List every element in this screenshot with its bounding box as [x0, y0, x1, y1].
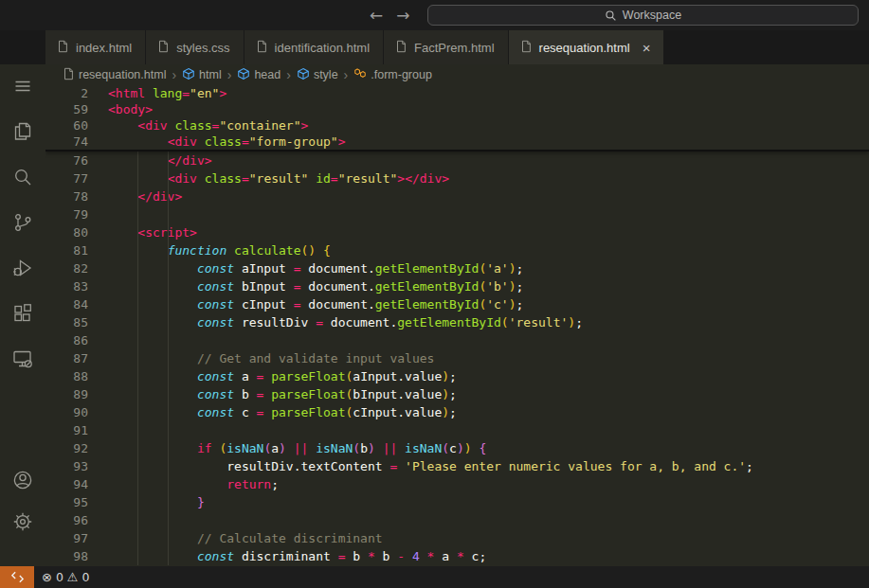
code-text: const a = parseFloat(aInput.value);	[88, 367, 457, 385]
code-line[interactable]: 78 </div>	[45, 187, 869, 205]
code-token	[108, 261, 197, 276]
code-line[interactable]: 60 <div class="container">	[45, 117, 869, 134]
forward-icon[interactable]: →	[396, 6, 409, 25]
back-icon[interactable]: ←	[370, 6, 383, 25]
code-token: <div	[168, 134, 197, 149]
code-line[interactable]: 79	[45, 205, 869, 223]
code-line[interactable]: 98 const discriminant = b * b - 4 * a * …	[45, 547, 869, 565]
code-text: </div>	[88, 151, 212, 169]
code-line[interactable]: 89 const b = parseFloat(bInput.value);	[45, 385, 869, 403]
code-line[interactable]: 94 return;	[45, 475, 869, 493]
command-center-search[interactable]: Workspace	[427, 5, 859, 26]
tab-label: identification.html	[275, 41, 370, 55]
line-number: 90	[45, 403, 88, 421]
breadcrumb-item-label: .form-group	[371, 68, 432, 81]
sticky-scroll[interactable]: 2<html lang="en">59<body>60 <div class="…	[45, 85, 869, 151]
code-line[interactable]: 81 function calculate() {	[45, 241, 869, 259]
activity-remote-explorer-button[interactable]	[0, 348, 45, 373]
code-line[interactable]: 91	[45, 421, 869, 439]
code-token	[108, 531, 197, 545]
code-token: )	[279, 441, 286, 455]
indent-guide	[137, 151, 138, 565]
code-token: >	[397, 171, 405, 186]
code-token: *	[457, 549, 464, 563]
tab-resequation.html[interactable]: resequation.html×	[509, 30, 665, 64]
activity-search-button[interactable]	[0, 167, 45, 191]
line-number: 89	[45, 385, 88, 403]
code-line[interactable]: 96	[45, 511, 869, 529]
code-line[interactable]: 87 // Get and validate input values	[45, 349, 869, 367]
breadcrumb-item[interactable]: head	[237, 67, 281, 83]
breadcrumb-item[interactable]: html	[182, 67, 222, 83]
activity-source-control-button[interactable]	[0, 212, 45, 237]
breadcrumb-item[interactable]: .form-group	[353, 67, 432, 83]
code-token	[197, 171, 205, 186]
tab-styles.css[interactable]: styles.css	[146, 30, 244, 64]
code-line[interactable]: 83 const bInput = document.getElementByI…	[45, 277, 869, 295]
code-line[interactable]: 74 <div class="form-group">	[45, 134, 869, 150]
code-token	[108, 315, 197, 330]
code-token	[308, 441, 316, 455]
line-number: 76	[45, 151, 88, 169]
breadcrumb-item-label: style	[314, 68, 338, 81]
activity-menu-button[interactable]	[0, 76, 45, 100]
code-token: b	[345, 549, 367, 563]
code-text: <div class="form-group">	[88, 134, 345, 150]
code-line[interactable]: 80 <script>	[45, 223, 869, 241]
code-token	[108, 189, 137, 204]
code-line[interactable]: 76 </div>	[45, 151, 869, 169]
code-line[interactable]: 93 resultDiv.textContent = 'Please enter…	[45, 457, 869, 475]
code-token: lang	[153, 86, 182, 100]
code-token: 'c'	[486, 297, 508, 312]
code-token: c	[464, 549, 480, 563]
code-text: <script>	[88, 223, 197, 241]
code-token: a	[271, 441, 279, 455]
code-token: parseFloat	[271, 405, 345, 419]
code-text: const c = parseFloat(cInput.value);	[88, 403, 457, 421]
code-line[interactable]: 90 const c = parseFloat(cInput.value);	[45, 403, 869, 421]
activity-settings-button[interactable]	[0, 511, 45, 536]
code-text: <div class="result" id="result"></div>	[88, 169, 449, 187]
tab-close-icon[interactable]: ×	[643, 41, 651, 55]
code-lines[interactable]: 76 </div>77 <div class="result" id="resu…	[45, 151, 869, 565]
code-text: <div class="container">	[88, 117, 308, 134]
line-number: 60	[45, 117, 88, 134]
code-token: calculate	[234, 243, 300, 258]
tab-index.html[interactable]: index.html	[45, 30, 146, 64]
code-token: b	[234, 387, 256, 401]
activity-run-debug-button[interactable]	[0, 258, 45, 282]
code-line[interactable]: 59<body>	[45, 101, 869, 117]
code-line[interactable]: 82 const aInput = document.getElementByI…	[45, 259, 869, 277]
code-token: return	[226, 477, 271, 491]
activity-account-button[interactable]	[0, 470, 45, 494]
tab-identification.html[interactable]: identification.html	[244, 30, 384, 64]
code-editor[interactable]: 2<html lang="en">59<body>60 <div class="…	[45, 85, 869, 566]
code-token: </div>	[405, 171, 449, 186]
code-line[interactable]: 95 }	[45, 493, 869, 511]
code-line[interactable]: 92 if (isNaN(a) || isNaN(b) || isNaN(c))…	[45, 439, 869, 457]
breadcrumb-file[interactable]: resequation.html	[62, 67, 166, 83]
breadcrumb-item[interactable]: style	[297, 67, 338, 83]
code-line[interactable]: 2<html lang="en">	[45, 85, 869, 101]
code-line[interactable]: 88 const a = parseFloat(aInput.value);	[45, 367, 869, 385]
code-token	[108, 134, 168, 149]
code-token: function	[168, 243, 227, 258]
code-token: isNaN	[405, 441, 442, 455]
remote-indicator-button[interactable]	[0, 566, 34, 588]
code-line[interactable]: 85 const resultDiv = document.getElement…	[45, 313, 869, 331]
code-text: const aInput = document.getElementById('…	[88, 259, 523, 277]
code-token: b	[375, 549, 397, 563]
code-line[interactable]: 86	[45, 331, 869, 349]
activity-explorer-button[interactable]	[0, 121, 45, 146]
code-token: document.	[301, 279, 375, 294]
code-token: ;	[479, 549, 486, 563]
code-line[interactable]: 84 const cInput = document.getElementByI…	[45, 295, 869, 313]
code-line[interactable]: 77 <div class="result" id="result"></div…	[45, 169, 869, 187]
tab-FactPrem.html[interactable]: FactPrem.html	[384, 30, 509, 64]
code-token: // Calculate discriminant	[197, 531, 383, 545]
warning-icon: ⚠	[67, 570, 79, 584]
code-line[interactable]: 97 // Calculate discriminant	[45, 529, 869, 547]
extensions-icon	[11, 302, 34, 329]
problems-button[interactable]: ⊗ 0 ⚠ 0	[42, 570, 89, 584]
activity-extensions-button[interactable]	[0, 303, 45, 328]
